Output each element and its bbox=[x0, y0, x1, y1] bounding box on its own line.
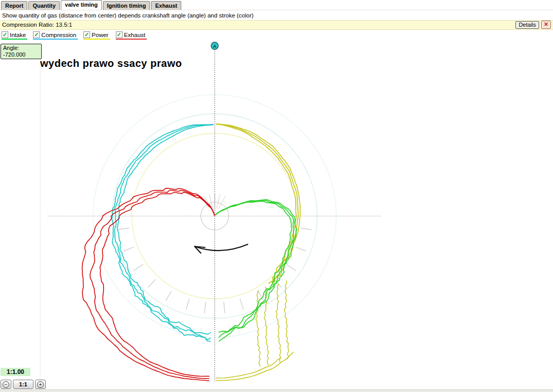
checkbox-checked-icon[interactable]: ✓ bbox=[116, 31, 123, 38]
scale-readout: 1:1.00 bbox=[1, 368, 30, 376]
angle-readout: Angle: -720.000 bbox=[1, 44, 42, 59]
tab-report[interactable]: Report bbox=[1, 1, 27, 10]
legend-color-underline bbox=[116, 39, 147, 40]
curve-compression bbox=[112, 124, 213, 342]
curve-exhaust bbox=[100, 192, 215, 377]
compression-ratio-bar: Compression Ratio: 13.5:1 Details ✕ bbox=[0, 20, 553, 30]
zoom-out-icon: − bbox=[3, 381, 9, 388]
zoom-out-button[interactable]: − bbox=[1, 380, 11, 389]
plot-title: wydech prawo ssacy prawo bbox=[40, 58, 182, 69]
legend-label: Intake bbox=[10, 32, 26, 38]
checkbox-checked-icon[interactable]: ✓ bbox=[33, 31, 40, 38]
curve-power bbox=[216, 124, 300, 286]
legend-color-underline bbox=[33, 39, 78, 40]
tab-valve-timing[interactable]: valve timing bbox=[61, 0, 102, 10]
zoom-reset-button[interactable]: 1:1 bbox=[13, 380, 33, 389]
checkbox-checked-icon[interactable]: ✓ bbox=[2, 31, 8, 38]
angle-readout-value: -720.000 bbox=[3, 51, 39, 58]
legend-color-underline bbox=[83, 39, 110, 40]
zoom-in-icon: + bbox=[37, 381, 44, 388]
curve-power bbox=[284, 281, 288, 359]
details-button[interactable]: Details bbox=[515, 21, 539, 29]
stroke-curves bbox=[82, 124, 301, 381]
plot-description: Show quantity of gas (distance from cent… bbox=[0, 10, 553, 20]
stroke-legend: ✓ Intake ✓ Compression ✓ Power ✓ Exhaust bbox=[0, 30, 553, 40]
legend-item-compression[interactable]: ✓ Compression bbox=[33, 31, 78, 40]
curve-compression bbox=[115, 124, 213, 340]
angle-readout-label: Angle: bbox=[3, 45, 39, 51]
tab-ignition-timing[interactable]: Ignition timing bbox=[103, 1, 150, 10]
tab-exhaust[interactable]: Exhaust bbox=[151, 1, 181, 10]
legend-color-underline bbox=[2, 39, 27, 40]
curve-power bbox=[216, 358, 281, 378]
tab-bar: Report Quantity valve timing Ignition ti… bbox=[0, 0, 553, 10]
curve-power bbox=[216, 352, 293, 381]
legend-item-intake[interactable]: ✓ Intake bbox=[2, 31, 27, 40]
zoom-in-button[interactable]: + bbox=[35, 380, 46, 389]
rotation-direction-arrow bbox=[195, 244, 248, 253]
top-chrome: Report Quantity valve timing Ignition ti… bbox=[0, 0, 553, 40]
legend-label: Power bbox=[92, 32, 109, 38]
tab-quantity[interactable]: Quantity bbox=[28, 1, 60, 10]
legend-item-power[interactable]: ✓ Power bbox=[83, 31, 110, 40]
angle-marker-label: A bbox=[213, 44, 217, 49]
legend-label: Compression bbox=[41, 32, 76, 38]
checkbox-checked-icon[interactable]: ✓ bbox=[83, 31, 90, 38]
bottom-strip bbox=[0, 389, 553, 392]
curve-exhaust bbox=[82, 188, 215, 381]
curve-power bbox=[216, 124, 296, 283]
curve-exhaust bbox=[90, 190, 215, 379]
legend-item-exhaust[interactable]: ✓ Exhaust bbox=[116, 31, 147, 40]
compression-ratio-text: Compression Ratio: 13.5:1 bbox=[2, 22, 72, 28]
zoom-controls: − 1:1 + bbox=[1, 380, 46, 389]
legend-label: Exhaust bbox=[124, 32, 146, 38]
angle-marker[interactable]: A bbox=[211, 42, 218, 49]
close-icon[interactable]: ✕ bbox=[541, 21, 551, 29]
